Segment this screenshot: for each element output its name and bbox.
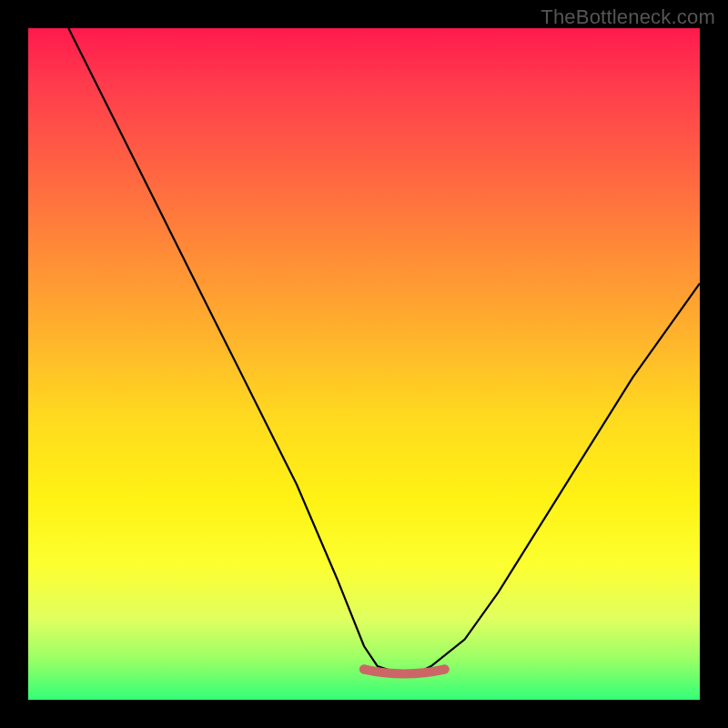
plateau-dot-left — [359, 665, 369, 674]
bottleneck-curve — [68, 28, 700, 673]
plateau-dot-right — [440, 665, 450, 674]
watermark-text: TheBottleneck.com — [541, 5, 715, 29]
bottleneck-curve-svg — [28, 28, 700, 700]
plateau-marker — [364, 670, 445, 674]
